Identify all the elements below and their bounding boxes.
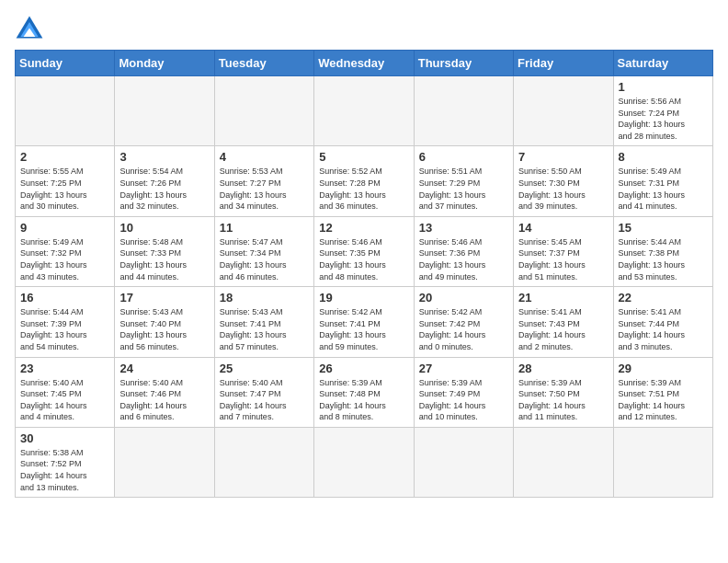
day-number: 7 [518, 150, 608, 164]
day-number: 14 [518, 221, 608, 235]
day-info: Sunrise: 5:50 AM Sunset: 7:30 PM Dayligh… [518, 166, 608, 212]
calendar-day-cell [214, 427, 313, 497]
calendar-day-cell: 17Sunrise: 5:43 AM Sunset: 7:40 PM Dayli… [115, 287, 214, 357]
day-number: 12 [319, 221, 408, 235]
day-info: Sunrise: 5:40 AM Sunset: 7:45 PM Dayligh… [20, 377, 109, 423]
calendar-day-cell [314, 76, 414, 146]
calendar-day-cell: 13Sunrise: 5:46 AM Sunset: 7:36 PM Dayli… [414, 216, 513, 286]
day-info: Sunrise: 5:47 AM Sunset: 7:34 PM Dayligh… [220, 236, 309, 282]
day-number: 1 [619, 80, 708, 94]
day-info: Sunrise: 5:41 AM Sunset: 7:43 PM Dayligh… [518, 306, 608, 352]
day-header-wednesday: Wednesday [314, 51, 414, 76]
day-info: Sunrise: 5:42 AM Sunset: 7:41 PM Dayligh… [319, 306, 408, 352]
calendar-day-cell: 8Sunrise: 5:49 AM Sunset: 7:31 PM Daylig… [613, 146, 712, 216]
day-number: 6 [419, 150, 508, 164]
day-info: Sunrise: 5:52 AM Sunset: 7:28 PM Dayligh… [319, 166, 408, 212]
calendar-day-cell [514, 76, 613, 146]
day-number: 16 [20, 291, 109, 304]
day-number: 20 [419, 291, 508, 304]
day-number: 8 [619, 150, 708, 164]
day-info: Sunrise: 5:44 AM Sunset: 7:39 PM Dayligh… [20, 306, 109, 352]
calendar-day-cell [414, 427, 513, 497]
calendar-day-cell: 23Sunrise: 5:40 AM Sunset: 7:45 PM Dayli… [16, 357, 115, 427]
day-number: 3 [119, 150, 209, 164]
day-info: Sunrise: 5:38 AM Sunset: 7:52 PM Dayligh… [20, 447, 109, 493]
calendar-day-cell: 26Sunrise: 5:39 AM Sunset: 7:48 PM Dayli… [314, 357, 414, 427]
day-info: Sunrise: 5:39 AM Sunset: 7:49 PM Dayligh… [419, 377, 508, 423]
calendar-day-cell: 22Sunrise: 5:41 AM Sunset: 7:44 PM Dayli… [613, 287, 712, 357]
calendar-day-cell: 16Sunrise: 5:44 AM Sunset: 7:39 PM Dayli… [16, 287, 115, 357]
day-info: Sunrise: 5:49 AM Sunset: 7:31 PM Dayligh… [619, 166, 708, 212]
calendar-week-row: 30Sunrise: 5:38 AM Sunset: 7:52 PM Dayli… [16, 427, 713, 497]
calendar-day-cell [16, 76, 115, 146]
day-number: 25 [220, 362, 309, 375]
day-info: Sunrise: 5:53 AM Sunset: 7:27 PM Dayligh… [220, 166, 309, 212]
day-number: 29 [619, 362, 708, 375]
calendar-day-cell [314, 427, 414, 497]
calendar-day-cell [115, 76, 214, 146]
calendar-day-cell: 20Sunrise: 5:42 AM Sunset: 7:42 PM Dayli… [414, 287, 513, 357]
day-number: 4 [220, 150, 309, 164]
day-info: Sunrise: 5:40 AM Sunset: 7:46 PM Dayligh… [119, 377, 209, 423]
day-info: Sunrise: 5:43 AM Sunset: 7:40 PM Dayligh… [119, 306, 209, 352]
calendar-day-cell: 21Sunrise: 5:41 AM Sunset: 7:43 PM Dayli… [514, 287, 613, 357]
day-number: 21 [518, 291, 608, 304]
day-info: Sunrise: 5:45 AM Sunset: 7:37 PM Dayligh… [518, 236, 608, 282]
day-header-sunday: Sunday [16, 51, 115, 76]
logo-icon [15, 15, 44, 40]
calendar-day-cell: 12Sunrise: 5:46 AM Sunset: 7:35 PM Dayli… [314, 216, 414, 286]
day-number: 30 [20, 431, 109, 445]
day-header-thursday: Thursday [414, 51, 513, 76]
calendar-day-cell: 25Sunrise: 5:40 AM Sunset: 7:47 PM Dayli… [214, 357, 313, 427]
calendar-day-cell: 4Sunrise: 5:53 AM Sunset: 7:27 PM Daylig… [214, 146, 313, 216]
day-header-tuesday: Tuesday [214, 51, 313, 76]
day-info: Sunrise: 5:43 AM Sunset: 7:41 PM Dayligh… [220, 306, 309, 352]
day-number: 18 [220, 291, 309, 304]
day-number: 13 [419, 221, 508, 235]
calendar-day-cell: 24Sunrise: 5:40 AM Sunset: 7:46 PM Dayli… [115, 357, 214, 427]
calendar-day-cell: 19Sunrise: 5:42 AM Sunset: 7:41 PM Dayli… [314, 287, 414, 357]
day-info: Sunrise: 5:46 AM Sunset: 7:36 PM Dayligh… [419, 236, 508, 282]
calendar-day-cell: 9Sunrise: 5:49 AM Sunset: 7:32 PM Daylig… [16, 216, 115, 286]
page-header [15, 15, 713, 40]
day-number: 9 [20, 221, 109, 235]
day-number: 23 [20, 362, 109, 375]
calendar-week-row: 23Sunrise: 5:40 AM Sunset: 7:45 PM Dayli… [16, 357, 713, 427]
day-number: 19 [319, 291, 408, 304]
day-info: Sunrise: 5:42 AM Sunset: 7:42 PM Dayligh… [419, 306, 508, 352]
day-number: 5 [319, 150, 408, 164]
calendar-day-cell: 14Sunrise: 5:45 AM Sunset: 7:37 PM Dayli… [514, 216, 613, 286]
day-number: 15 [619, 221, 708, 235]
calendar-day-cell [214, 76, 313, 146]
day-info: Sunrise: 5:39 AM Sunset: 7:51 PM Dayligh… [619, 377, 708, 423]
calendar-header-row: SundayMondayTuesdayWednesdayThursdayFrid… [16, 51, 713, 76]
calendar-day-cell: 30Sunrise: 5:38 AM Sunset: 7:52 PM Dayli… [16, 427, 115, 497]
calendar-day-cell: 5Sunrise: 5:52 AM Sunset: 7:28 PM Daylig… [314, 146, 414, 216]
day-number: 11 [220, 221, 309, 235]
calendar-day-cell: 1Sunrise: 5:56 AM Sunset: 7:24 PM Daylig… [613, 76, 712, 146]
calendar-week-row: 2Sunrise: 5:55 AM Sunset: 7:25 PM Daylig… [16, 146, 713, 216]
day-number: 27 [419, 362, 508, 375]
calendar-day-cell: 2Sunrise: 5:55 AM Sunset: 7:25 PM Daylig… [16, 146, 115, 216]
calendar-day-cell [613, 427, 712, 497]
calendar-day-cell: 11Sunrise: 5:47 AM Sunset: 7:34 PM Dayli… [214, 216, 313, 286]
calendar-table: SundayMondayTuesdayWednesdayThursdayFrid… [15, 50, 713, 498]
day-info: Sunrise: 5:44 AM Sunset: 7:38 PM Dayligh… [619, 236, 708, 282]
day-info: Sunrise: 5:49 AM Sunset: 7:32 PM Dayligh… [20, 236, 109, 282]
calendar-day-cell: 29Sunrise: 5:39 AM Sunset: 7:51 PM Dayli… [613, 357, 712, 427]
day-number: 22 [619, 291, 708, 304]
calendar-day-cell: 7Sunrise: 5:50 AM Sunset: 7:30 PM Daylig… [514, 146, 613, 216]
day-header-friday: Friday [514, 51, 613, 76]
logo [15, 15, 48, 40]
calendar-day-cell [115, 427, 214, 497]
day-info: Sunrise: 5:40 AM Sunset: 7:47 PM Dayligh… [220, 377, 309, 423]
day-info: Sunrise: 5:54 AM Sunset: 7:26 PM Dayligh… [119, 166, 209, 212]
day-number: 10 [119, 221, 209, 235]
calendar-day-cell [514, 427, 613, 497]
day-info: Sunrise: 5:56 AM Sunset: 7:24 PM Dayligh… [619, 96, 708, 142]
calendar-day-cell: 6Sunrise: 5:51 AM Sunset: 7:29 PM Daylig… [414, 146, 513, 216]
calendar-day-cell [414, 76, 513, 146]
calendar-week-row: 9Sunrise: 5:49 AM Sunset: 7:32 PM Daylig… [16, 216, 713, 286]
day-info: Sunrise: 5:46 AM Sunset: 7:35 PM Dayligh… [319, 236, 408, 282]
calendar-day-cell: 10Sunrise: 5:48 AM Sunset: 7:33 PM Dayli… [115, 216, 214, 286]
